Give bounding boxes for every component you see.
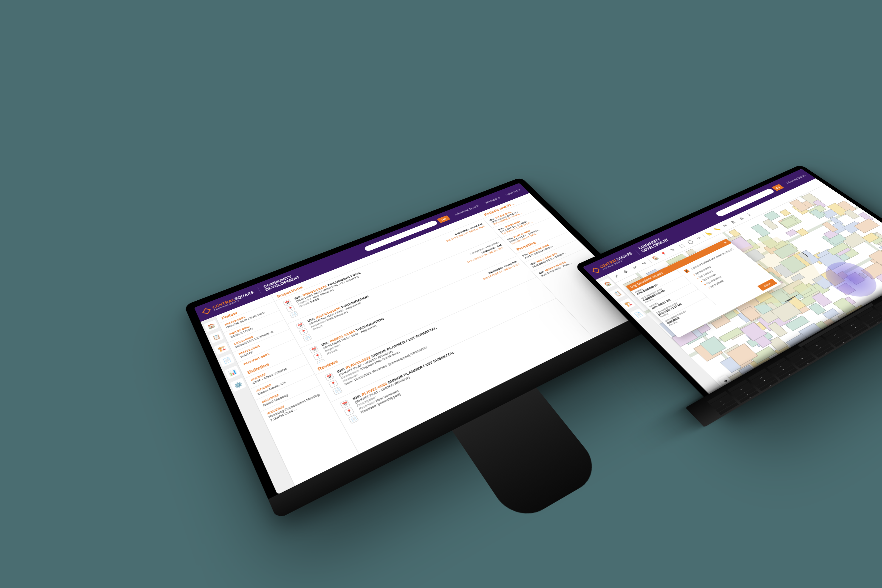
bulletin-item[interactable]: 4/7/2022Demo-Davis, CA: [250, 363, 315, 400]
document-icon[interactable]: 📄: [332, 386, 343, 395]
search-go-button[interactable]: GO: [771, 184, 784, 191]
laptop-device: CENTRALSQUARE TECHNOLOGIES COMMUNITY DEV…: [574, 165, 882, 416]
keyboard-key: Q: [736, 387, 757, 400]
keyboard-key: .: [876, 300, 882, 310]
desktop-device: CENTRALCENTRALSQUARESQUARE TECHNOLOGIES …: [184, 177, 669, 519]
zoom-in-button[interactable]: +: [718, 375, 734, 387]
brand-divider: [633, 249, 640, 255]
record-card[interactable]: 📅 📍 📄 ID#: PLRV21-0022 SENIOR PLANNER / …: [315, 277, 556, 402]
document-icon[interactable]: 📄: [289, 311, 298, 318]
keyboard-key: 5: [816, 346, 834, 358]
follow-title: Follow: [216, 294, 274, 323]
search-go-button[interactable]: GO: [437, 215, 450, 223]
calendar-icon[interactable]: 📅: [340, 400, 350, 409]
document-icon[interactable]: 📄: [303, 334, 312, 342]
close-icon[interactable]: ✕: [723, 241, 728, 244]
bulletin-item[interactable]: 4/1/2022CPR - Class 7:30PM: [244, 353, 309, 389]
keyboard-key: J: [845, 321, 863, 332]
rail-docs-icon[interactable]: 📄: [219, 354, 234, 367]
keyboard-key: A: [733, 385, 754, 398]
follow-item[interactable]: PMT/PMT-0001: [237, 339, 298, 370]
keyboard-key: ⇧: [710, 394, 731, 407]
map-tool-button[interactable]: ✥: [619, 267, 633, 276]
keyboard-key: ⌘: [767, 357, 786, 369]
card-icon-column: 📅 📍 📄: [281, 298, 300, 319]
follow-item[interactable]: PMT22-0001ONLINE BUILDING RES: [219, 302, 279, 333]
keyboard-key: V: [789, 350, 808, 361]
map-zoom-control: + −: [718, 375, 741, 395]
brand-logo-icon: [592, 268, 599, 273]
follow-list: PMT22-0001ONLINE BUILDING RESPMT22-0002D…: [219, 302, 298, 370]
calendar-icon[interactable]: 📅: [309, 346, 319, 354]
keyboard-key: ,: [860, 309, 877, 320]
keyboard-key: [804, 336, 823, 348]
keyboard-key: D: [772, 363, 792, 375]
keyboard-key: F: [792, 352, 811, 364]
keyboard-key: M: [842, 319, 860, 330]
rail-settings-icon[interactable]: ⚙️: [230, 378, 246, 392]
bulletins-list: 4/1/2022CPR - Class 7:30PM4/7/2022Demo-D…: [244, 353, 328, 427]
keyboard-key: S: [753, 374, 773, 386]
follow-item[interactable]: PMT22-0001WASTE: [232, 329, 295, 363]
keyboard-key: B: [807, 339, 825, 351]
map-pin-icon[interactable]: 📍: [286, 305, 296, 312]
bulletin-item[interactable]: 4/11/2022Board Meeting: [255, 374, 320, 412]
calendar-icon[interactable]: 📅: [283, 299, 292, 306]
rail-permits-icon[interactable]: 🏗️: [213, 342, 229, 356]
nav-workspace[interactable]: Workspace: [484, 196, 501, 204]
keyboard-key: 7: [851, 326, 869, 337]
nav-rail: 🏠 📋 🏗️ 📄 📊 ⚙️: [201, 316, 295, 495]
desktop-stand: [452, 387, 605, 525]
bulletins-title: Bulletins: [241, 345, 303, 378]
keyboard-key: Z: [730, 382, 751, 395]
keyboard-key: ⌃: [728, 380, 748, 392]
brand-divider: [258, 287, 262, 294]
follow-item[interactable]: LIC22-0003BUSINESS LICENSE R.: [228, 320, 290, 352]
nav-favorites[interactable]: Favorites ▾: [505, 189, 521, 196]
map-tool-button[interactable]: ⤢: [610, 272, 623, 280]
keyboard-key: 6: [834, 336, 852, 347]
keyboard-key: [856, 307, 874, 318]
keyboard-key: 8: [868, 316, 882, 327]
keyboard-key: [840, 317, 857, 327]
desktop-chin: [268, 307, 669, 519]
card-icon-column: 📅 📍 📄: [323, 372, 344, 396]
map-pin-icon[interactable]: 📍: [344, 407, 355, 416]
rail-records-icon[interactable]: 📋: [208, 331, 224, 344]
map-pin-icon[interactable]: 📍: [299, 328, 309, 336]
keyboard-key: G: [810, 341, 828, 353]
map-pin-icon[interactable]: 📍: [313, 352, 322, 360]
document-icon[interactable]: 📄: [348, 414, 359, 424]
map-pin-icon[interactable]: 📍: [328, 379, 339, 388]
keyboard-key: [786, 347, 805, 358]
keyboard-key: E: [776, 365, 795, 377]
laptop-screen: CENTRALSQUARE TECHNOLOGIES COMMUNITY DEV…: [583, 169, 882, 408]
keyboard-key: Y: [831, 333, 849, 345]
keyboard-key: R: [794, 354, 813, 366]
keyboard-key: L: [879, 302, 882, 313]
advanced-search-link[interactable]: Advanced Search: [785, 174, 807, 184]
show-on-map-input[interactable]: [684, 269, 690, 273]
keyboard-key: `: [718, 402, 739, 415]
rail-reports-icon[interactable]: 📊: [224, 365, 240, 380]
bulletin-item[interactable]: 4/18/2022Planning Commission Meeting 7:0…: [260, 385, 328, 427]
keyboard-key: 1: [739, 390, 759, 404]
left-column: Follow PMT22-0001ONLINE BUILDING RESPMT2…: [216, 294, 359, 486]
keyboard-key: I: [865, 314, 882, 324]
keyboard-key: X: [750, 371, 770, 383]
map-panel-entry[interactable]: SITE INSPECTION DT05/01/2022Pending: [661, 297, 716, 329]
keyboard-key: K: [862, 312, 880, 322]
keyboard-key: ⌥: [748, 368, 768, 381]
keyboard-key: 4: [797, 357, 816, 369]
keyboard-key: [822, 327, 840, 338]
keyboard-key: ⇪: [713, 396, 734, 410]
calendar-icon[interactable]: 📅: [296, 322, 305, 329]
card-icon-column: 📅 📍 📄: [338, 399, 360, 425]
zoom-out-button[interactable]: −: [726, 382, 741, 395]
document-icon[interactable]: 📄: [316, 358, 327, 367]
rail-home-icon[interactable]: 🏠: [204, 320, 219, 332]
calendar-icon[interactable]: 📅: [324, 372, 334, 381]
keyboard-key: W: [756, 376, 776, 389]
follow-item[interactable]: PMT22-0002DEMOLITION: [223, 310, 284, 342]
trackpad[interactable]: [798, 303, 874, 347]
